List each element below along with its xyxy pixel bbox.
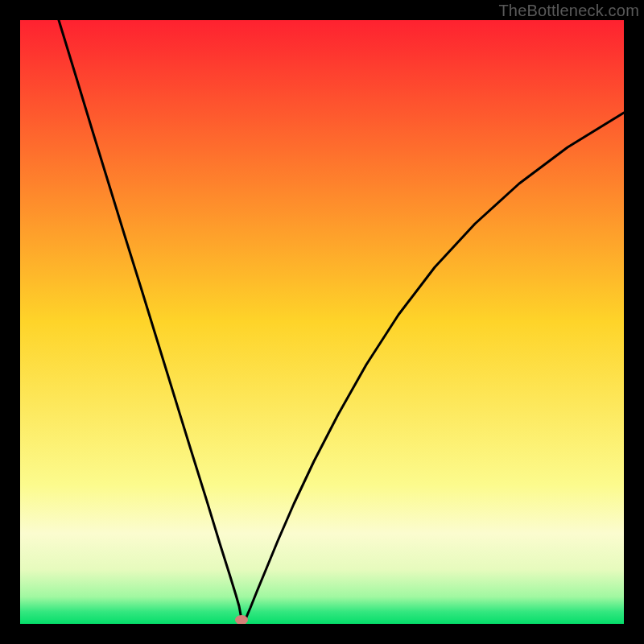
plot-area	[20, 20, 624, 624]
watermark-text: TheBottleneck.com	[498, 2, 639, 20]
minimum-marker	[20, 20, 624, 624]
chart-frame: TheBottleneck.com	[0, 0, 644, 644]
svg-point-1	[235, 615, 248, 624]
